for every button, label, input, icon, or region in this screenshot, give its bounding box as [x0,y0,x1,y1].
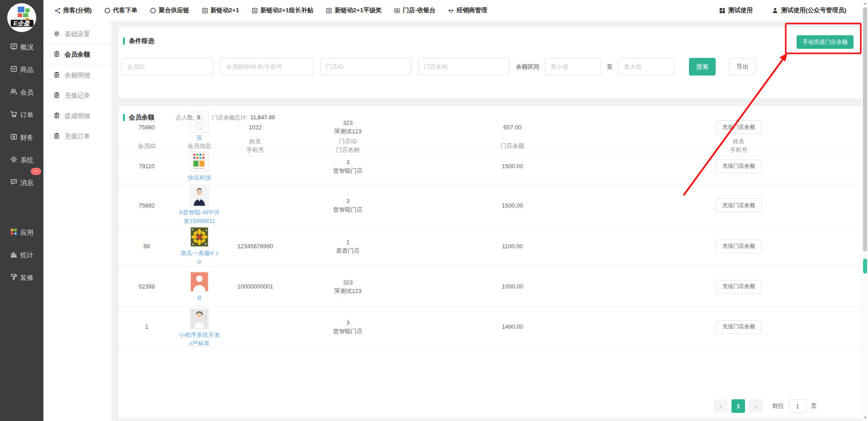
pagination: ‹ 1 › 前往 页 [714,399,817,413]
sidebar-item-会员[interactable]: 会员 [0,81,43,104]
balance-min-input[interactable] [545,58,601,76]
store-cell: 3曾智聪门店 [286,197,410,214]
member-nickname-link[interactable]: A曾智聪·APP开发15986811 [179,208,220,225]
store-name-input[interactable] [418,58,509,76]
topnav-item-3[interactable]: 新链动2+1 [202,6,239,14]
next-page-button[interactable]: › [749,399,763,413]
topnav-item-label: 聚合供应链 [159,6,189,14]
account-item-0[interactable]: 测试使用 [719,6,753,14]
action-cell: 充值门店余额 [615,120,862,134]
member-id-cell: 52398 [119,283,175,290]
grid-icon [719,7,726,14]
table-row: 1 小程序系统开发#严标英 3曾智聪门店 1490.00 充值门店余额 [119,307,862,347]
prev-page-button[interactable]: ‹ [714,399,727,413]
total-count-label: 总人数: [176,114,194,122]
member-nickname-link[interactable]: 小程序系统开发#严标英 [179,331,220,345]
sidebar-item-概况[interactable]: 概况 [0,36,43,58]
member-info-cell: A曾智聪·APP开发15986811 [175,186,224,225]
manual-recharge-store-balance-button[interactable]: 手动充值门店余额 [797,35,854,49]
topnav-item-label: 经销商管理 [457,6,487,14]
page-scrollbar[interactable]: ▲ ▼ [862,0,868,421]
submenu-item-充值订单[interactable]: 充值订单 [43,126,111,147]
apps-icon [10,228,18,237]
submenu-item-会员余额[interactable]: 会员余额 [43,45,111,65]
sidebar-item-消息[interactable]: ... 消息 [0,171,43,194]
sidebar-item-统计[interactable]: 统计 [0,244,43,266]
table-row: 52398 B 10000000001 323萍测试123 1000.00 充值… [119,266,862,307]
topnav-item-label: 代客下单 [113,6,137,14]
submenu-item-基础设置[interactable]: 基础设置 [43,24,111,45]
table-stats: 总人数: 8 门店余额总计: 11,847.00 [176,114,275,122]
member-nickname-input[interactable] [220,58,313,76]
balance-max-input[interactable] [618,58,675,76]
column-header: 门店余额 [410,142,615,150]
members-icon [10,88,18,97]
scrollbar-thumb[interactable] [863,7,867,251]
filter-title: 条件筛选 [123,37,154,45]
member-nickname-link[interactable]: 南瓜一条藤ớ з ờ [179,249,220,266]
title-accent-bar [123,38,125,45]
member-nickname-link[interactable]: 快远科技 [188,173,211,182]
scrollbar-up-arrow-icon[interactable]: ▲ [862,1,868,5]
sidebar-item-订单[interactable]: 订单 [0,104,43,126]
topnav-item-label: 新链动2+1组长补贴 [260,6,313,14]
export-button[interactable]: 导出 [729,58,756,76]
sidebar-item-商品[interactable]: 商品 [0,58,43,81]
recharge-store-balance-button[interactable]: 充值门店余额 [716,160,762,173]
current-page-button[interactable]: 1 [731,399,745,413]
app-window: E企盈 概况 商品 会员 订单 财务 系统 ... 消息 应用 统计 装修 [0,0,868,421]
topnav-item-2[interactable]: 聚合供应链 [150,6,189,14]
submenu-item-提成明细[interactable]: 提成明细 [43,106,111,126]
topnav-item-4[interactable]: 新链动2+1组长补贴 [251,6,313,14]
topnav-item-0[interactable]: 推客(分销) [54,6,92,14]
recharge-store-balance-button[interactable]: 充值门店余额 [716,320,762,334]
topnav-item-7[interactable]: 经销商管理 [448,6,487,14]
balance-range-label: 余额区间 [516,63,539,71]
sidebar-secondary-group: 应用 统计 装修 [0,221,43,289]
member-nickname-link[interactable]: B [198,293,202,302]
unread-badge: ... [31,168,41,175]
topnav-item-5[interactable]: 新链动2+1平级奖 [326,6,382,14]
account-area: 测试使用 测试使用(公众号管理员) [719,6,862,14]
sidebar-item-label: 会员 [20,88,33,97]
filter-card: 条件筛选 手动充值门店余额 余额区间 至 搜索 导出 [119,27,862,98]
submenu-item-充值记录[interactable]: 充值记录 [43,85,111,106]
svg-text:E企盈: E企盈 [14,20,30,27]
recharge-store-balance-button[interactable]: 充值门店余额 [716,120,762,134]
top-bar: 推客(分销) 代客下单 聚合供应链 新链动2+1 新链动2+1组长补贴 新链动2… [43,0,862,21]
scrollbar-accent-segment[interactable] [863,259,867,274]
account-item-label: 测试使用(公众号管理员) [781,6,846,14]
recharge-store-balance-button[interactable]: 充值门店余额 [716,199,762,212]
topnav-item-label: 门店-收银台 [403,6,435,14]
clipboard-icon [53,71,60,80]
brand-logo[interactable]: E企盈 [6,2,37,33]
store-balance-cell: 657.00 [410,124,615,131]
sidebar-item-label: 装修 [20,274,33,282]
goto-page-input[interactable] [788,399,807,413]
range-to-label: 至 [607,63,613,71]
sidebar-item-财务[interactable]: 财务 [0,126,43,149]
store-cell: 3曾智聪门店 [286,318,410,336]
member-id-input[interactable] [121,58,213,76]
member-avatar [190,271,209,292]
store-balance-cell: 1500.00 [410,202,615,209]
store-id-input[interactable] [320,58,411,76]
topnav-item-1[interactable]: 代客下单 [104,6,137,14]
balance-sum-value: 11,847.00 [250,114,275,121]
submenu-item-label: 余额明细 [65,71,90,80]
search-button[interactable]: 搜索 [689,58,716,76]
system-icon [10,156,18,165]
sidebar-item-应用[interactable]: 应用 [0,221,43,244]
sidebar-item-装修[interactable]: 装修 [0,266,43,289]
recharge-store-balance-button[interactable]: 充值门店余额 [716,280,762,293]
account-item-1[interactable]: 测试使用(公众号管理员) [772,6,846,14]
sidebar-item-label: 系统 [20,156,33,165]
submenu-item-余额明细[interactable]: 余额明细 [43,65,111,85]
topnav-item-6[interactable]: 门店-收银台 [394,6,435,14]
recharge-store-balance-button[interactable]: 充值门店余额 [716,240,762,253]
title-accent-bar [123,114,125,121]
scrollbar-down-arrow-icon[interactable]: ▼ [862,416,868,420]
sidebar-item-label: 应用 [20,228,33,237]
member-id-cell: 75692 [119,202,175,209]
topnav-item-label: 新链动2+1 [211,6,239,14]
